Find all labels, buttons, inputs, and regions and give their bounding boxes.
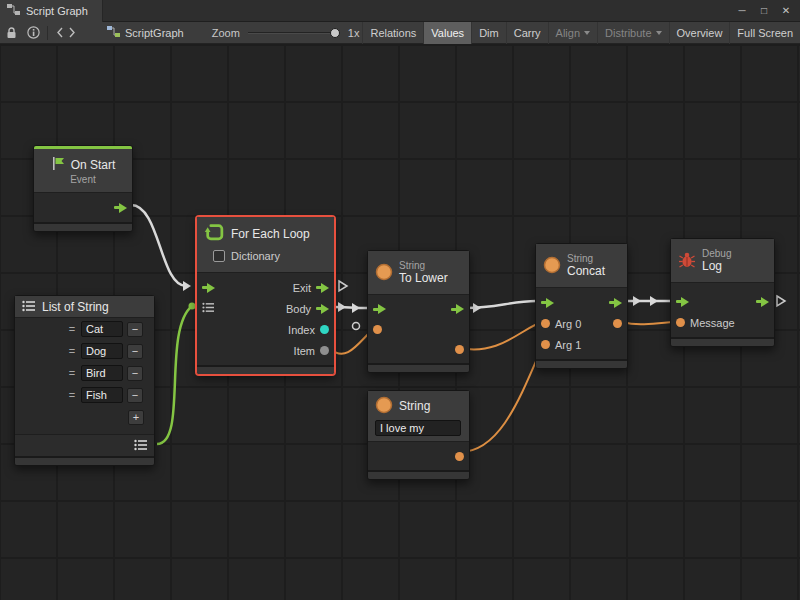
wire-tolower-result-to-arg0[interactable] <box>460 322 542 349</box>
node-ports: Arg 0 Arg 1 <box>536 288 627 359</box>
remove-item-button[interactable]: − <box>127 366 143 381</box>
loop-icon <box>204 222 225 245</box>
dictionary-label: Dictionary <box>231 250 280 262</box>
control-output-port[interactable] <box>609 298 622 308</box>
control-output-port[interactable] <box>451 304 464 314</box>
drag-handle[interactable]: = <box>67 367 77 379</box>
remove-item-button[interactable]: − <box>127 322 143 337</box>
exit-output-port[interactable] <box>316 283 329 293</box>
minimize-button[interactable]: ─ <box>732 2 752 20</box>
string-value-input[interactable] <box>375 420 461 436</box>
dictionary-checkbox[interactable] <box>213 250 225 262</box>
arg0-input-port[interactable] <box>541 319 550 328</box>
result-output-port[interactable] <box>613 319 622 328</box>
zoom-slider[interactable] <box>248 27 340 39</box>
arg1-label: Arg 1 <box>555 339 581 351</box>
node-subtitle: Event <box>70 174 96 185</box>
node-string-literal[interactable]: String <box>367 390 470 480</box>
toolbar-buttons: Relations Values Dim Carry Align Distrib… <box>362 22 800 44</box>
wire-arrowhead <box>183 281 191 291</box>
maximize-button[interactable]: □ <box>754 2 774 20</box>
drag-handle[interactable]: = <box>67 389 77 401</box>
align-label: Align <box>556 27 580 39</box>
list-icon <box>22 300 36 314</box>
unconnected-port-marker <box>353 323 360 330</box>
wire-arrowhead <box>633 296 641 306</box>
zoom-knob[interactable] <box>330 28 340 38</box>
node-footer <box>368 363 469 372</box>
node-title: List of String <box>42 300 109 314</box>
relations-button[interactable]: Relations <box>362 22 423 44</box>
tab-script-graph[interactable]: Script Graph <box>0 0 103 22</box>
control-input-port[interactable] <box>541 298 554 308</box>
toolbar-separator <box>47 26 48 40</box>
graph-icon <box>7 4 20 17</box>
distribute-dropdown[interactable]: Distribute <box>597 22 668 44</box>
list-item-row: = − <box>15 384 154 406</box>
wire-item-to-tolower-input[interactable] <box>330 330 372 354</box>
carry-button[interactable]: Carry <box>506 22 548 44</box>
remove-item-button[interactable]: − <box>127 344 143 359</box>
arg0-label: Arg 0 <box>555 318 581 330</box>
node-concat[interactable]: String Concat Arg 0 Arg 1 <box>535 243 628 369</box>
node-category: String <box>567 253 605 264</box>
node-list-of-string[interactable]: List of String = − = − = − = − <box>14 295 155 466</box>
list-item-input[interactable] <box>81 343 123 359</box>
script-graph-icon <box>107 26 120 39</box>
node-on-start[interactable]: On Start Event <box>33 145 133 232</box>
control-input-port[interactable] <box>373 304 386 314</box>
chevron-down-icon <box>584 31 590 35</box>
node-for-each-loop[interactable]: For Each Loop Dictionary Exit Body <box>196 216 335 375</box>
remove-item-button[interactable]: − <box>127 388 143 403</box>
index-output-port[interactable] <box>320 325 329 334</box>
unconnected-exit-marker <box>777 296 785 306</box>
list-item-input[interactable] <box>81 387 123 403</box>
breadcrumb-label: ScriptGraph <box>125 27 184 39</box>
breadcrumb[interactable]: ScriptGraph <box>107 26 184 39</box>
wire-arrowhead <box>352 303 360 313</box>
fullscreen-button[interactable]: Full Screen <box>729 22 800 44</box>
node-debug-log[interactable]: Debug Log Message <box>670 238 775 347</box>
close-button[interactable]: ✕ <box>776 2 796 20</box>
drag-handle[interactable]: = <box>67 323 77 335</box>
values-button[interactable]: Values <box>423 22 471 44</box>
control-output-port[interactable] <box>756 297 769 307</box>
info-icon[interactable] <box>22 22 44 44</box>
arg1-input-port[interactable] <box>541 340 550 349</box>
index-port-label: Index <box>288 324 315 336</box>
body-output-port[interactable] <box>316 304 329 314</box>
wire-arrowhead <box>338 302 346 312</box>
trigger-output-port[interactable] <box>114 203 127 213</box>
list-output-port[interactable] <box>134 439 148 453</box>
wire-onstart-to-foreach[interactable] <box>131 205 186 286</box>
collection-input-port[interactable] <box>202 302 215 315</box>
result-output-port[interactable] <box>455 345 464 354</box>
dim-button[interactable]: Dim <box>471 22 506 44</box>
list-item-input[interactable] <box>81 321 123 337</box>
message-input-port[interactable] <box>676 318 685 327</box>
wire-list-to-foreach[interactable] <box>157 306 192 444</box>
wire-endpoint <box>189 303 196 310</box>
overview-button[interactable]: Overview <box>669 22 730 44</box>
string-input-port[interactable] <box>373 325 382 334</box>
value-output-port[interactable] <box>455 452 464 461</box>
code-icon[interactable] <box>51 22 81 44</box>
node-to-lower[interactable]: String To Lower <box>367 250 470 373</box>
wire-literal-to-arg1[interactable] <box>460 345 543 452</box>
node-footer <box>15 456 154 465</box>
node-footer <box>671 337 774 346</box>
node-footer <box>197 365 334 374</box>
control-input-port[interactable] <box>676 297 689 307</box>
bug-icon <box>678 251 696 271</box>
distribute-label: Distribute <box>605 27 651 39</box>
zoom-control: Zoom 1x <box>212 27 360 39</box>
drag-handle[interactable]: = <box>67 345 77 357</box>
item-output-port[interactable] <box>320 346 329 355</box>
lock-icon[interactable] <box>0 22 22 44</box>
add-item-button[interactable]: + <box>128 410 144 425</box>
align-dropdown[interactable]: Align <box>548 22 597 44</box>
control-input-port[interactable] <box>202 283 215 293</box>
list-item-row: = − <box>15 362 154 384</box>
list-item-input[interactable] <box>81 365 123 381</box>
list-item-row: = − <box>15 340 154 362</box>
